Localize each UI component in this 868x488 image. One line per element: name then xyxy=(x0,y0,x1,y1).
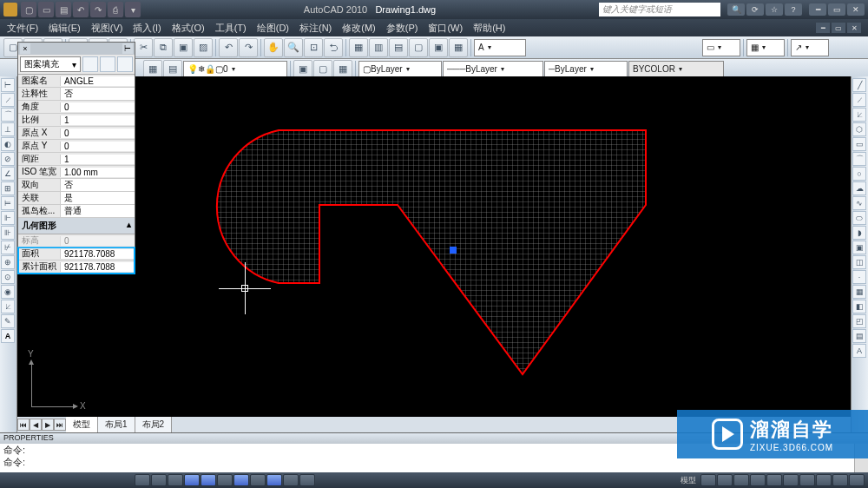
circle-icon[interactable]: ○ xyxy=(852,167,866,181)
menu-draw[interactable]: 绘图(D) xyxy=(257,22,289,35)
plotstyle-combo[interactable]: BYCOLOR▾ xyxy=(628,61,724,78)
quickview-layouts-btn[interactable] xyxy=(700,474,716,486)
dim-quick-icon[interactable]: ⊞ xyxy=(1,181,15,195)
qat-print[interactable]: ⎙ xyxy=(108,2,123,17)
jogged-icon[interactable]: ⟀ xyxy=(1,300,15,313)
selectobj-icon[interactable] xyxy=(117,56,133,72)
color-combo[interactable]: ▢ ByLayer▾ xyxy=(358,61,442,78)
tab-prev-icon[interactable]: ◀ xyxy=(30,419,42,431)
mdi-minimize[interactable]: ━ xyxy=(816,23,830,33)
ducs-btn[interactable] xyxy=(250,474,266,486)
hatch-icon[interactable]: ▦ xyxy=(852,285,866,299)
mtext-icon[interactable]: A xyxy=(852,344,866,358)
ellipsearc-icon[interactable]: ◗ xyxy=(852,226,866,240)
snap-mode-btn[interactable] xyxy=(135,474,150,486)
tab-model[interactable]: 模型 xyxy=(66,417,98,432)
polygon-icon[interactable]: ⬡ xyxy=(852,122,866,136)
menu-help[interactable]: 帮助(H) xyxy=(473,22,505,35)
tb-zoom-rt[interactable]: 🔍 xyxy=(284,38,303,57)
rectangle-icon[interactable]: ▭ xyxy=(852,137,866,151)
menu-dimension[interactable]: 标注(N) xyxy=(299,22,332,35)
prop-value[interactable]: ANGLE xyxy=(60,76,135,86)
tb-dcenter[interactable]: ▥ xyxy=(369,38,388,57)
dyn-btn[interactable] xyxy=(266,474,282,486)
grid-btn[interactable] xyxy=(151,474,167,486)
modelspace-btn[interactable]: 模型 xyxy=(677,475,700,486)
menu-insert[interactable]: 插入(I) xyxy=(133,22,161,35)
lineweight-combo[interactable]: ─ ByLayer▾ xyxy=(544,61,628,78)
point-icon[interactable]: · xyxy=(852,270,866,284)
tb-copy[interactable]: ⧉ xyxy=(154,38,173,57)
quickselect-icon[interactable] xyxy=(82,56,98,72)
otrack-btn[interactable] xyxy=(233,474,249,486)
dim-edit-icon[interactable]: ✎ xyxy=(1,314,15,328)
cleanscreen-btn[interactable] xyxy=(849,474,865,486)
block-icon[interactable]: ◫ xyxy=(852,255,866,269)
qat-redo[interactable]: ↷ xyxy=(90,2,106,17)
pickadd-icon[interactable] xyxy=(100,56,115,72)
annovis-btn[interactable] xyxy=(750,474,766,486)
properties-autohide-icon[interactable]: ⊢ xyxy=(122,43,133,54)
tb-zoom-win[interactable]: ⊡ xyxy=(304,38,323,57)
maximize-button[interactable]: ▭ xyxy=(828,3,845,16)
selection-grip[interactable] xyxy=(450,247,457,254)
properties-close-icon[interactable]: × xyxy=(20,43,30,54)
dim-diameter-icon[interactable]: ⊘ xyxy=(1,152,15,166)
cline-icon[interactable]: ⟋ xyxy=(852,93,866,107)
toolbar-lock-btn[interactable] xyxy=(799,474,815,486)
dim-arc-icon[interactable]: ⌒ xyxy=(1,108,15,122)
properties-titlebar[interactable]: × ⊢ xyxy=(18,43,135,55)
text-icon[interactable]: A xyxy=(1,329,15,343)
menu-file[interactable]: 文件(F) xyxy=(7,22,38,35)
tb-undo[interactable]: ↶ xyxy=(219,38,238,57)
selection-type-combo[interactable]: 图案填充▾ xyxy=(20,56,81,72)
tb-cut[interactable]: ✂ xyxy=(134,38,153,57)
tab-layout2[interactable]: 布局2 xyxy=(135,417,173,432)
line-icon[interactable]: ╱ xyxy=(852,78,866,92)
qat-save[interactable]: ▤ xyxy=(56,2,71,17)
help-icon[interactable]: ? xyxy=(785,3,802,16)
tb-tpalette[interactable]: ▤ xyxy=(389,38,408,57)
revcloud-icon[interactable]: ☁ xyxy=(852,181,866,195)
dimstyle-combo[interactable]: ▭▾ xyxy=(702,39,740,56)
annoauto-btn[interactable] xyxy=(766,474,782,486)
qat-open[interactable]: ▭ xyxy=(38,2,54,17)
qat-new[interactable]: ▢ xyxy=(21,2,36,17)
tb-match[interactable]: ▨ xyxy=(194,38,213,57)
annoscale-btn[interactable] xyxy=(733,474,749,486)
menu-view[interactable]: 视图(V) xyxy=(91,22,123,35)
tb-pan[interactable]: ✋ xyxy=(264,38,283,57)
tab-last-icon[interactable]: ⏭ xyxy=(54,419,66,431)
insert-icon[interactable]: ▣ xyxy=(852,241,866,254)
help-search-input[interactable]: 键入关键字或短语 xyxy=(599,3,720,16)
tab-first-icon[interactable]: ⏮ xyxy=(17,419,30,431)
drawing-canvas[interactable]: X Y ⏮ ◀ ▶ ⏭ 模型 布局1 布局2 xyxy=(17,76,851,432)
spline-icon[interactable]: ∿ xyxy=(852,196,866,210)
3dosnap-btn[interactable] xyxy=(217,474,233,486)
arc-icon[interactable]: ⌒ xyxy=(852,152,866,166)
table-icon[interactable]: ▤ xyxy=(852,329,866,343)
tb-redo[interactable]: ↷ xyxy=(239,38,258,57)
lwt-btn[interactable] xyxy=(283,474,299,486)
tb-qcalc[interactable]: ▦ xyxy=(449,38,468,57)
dim-radius-icon[interactable]: ◐ xyxy=(1,137,15,151)
dim-aligned-icon[interactable]: ⟋ xyxy=(1,93,15,107)
dim-break-icon[interactable]: ⊬ xyxy=(1,241,15,254)
search-icon[interactable]: 🔍 xyxy=(727,3,745,16)
properties-panel[interactable]: × ⊢ 图案填充▾ 图案名ANGLE 注释性否 角度0 比例1 原点 X0 原点… xyxy=(17,42,135,274)
osnap-btn[interactable] xyxy=(201,474,216,486)
ortho-btn[interactable] xyxy=(168,474,183,486)
gradient-icon[interactable]: ◧ xyxy=(852,300,866,313)
hardware-accel-btn[interactable] xyxy=(816,474,832,486)
tab-next-icon[interactable]: ▶ xyxy=(42,419,54,431)
prop-section-geometry[interactable]: 几何图形▴ xyxy=(18,218,135,234)
close-button[interactable]: ✕ xyxy=(847,3,865,16)
subscription-icon[interactable]: ⟳ xyxy=(746,3,764,16)
mleaderstyle-combo[interactable]: ↗▾ xyxy=(791,39,829,56)
dim-space-icon[interactable]: ⊪ xyxy=(1,226,15,240)
isolate-btn[interactable] xyxy=(832,474,848,486)
dim-linear-icon[interactable]: ⊢ xyxy=(1,78,15,92)
quickview-drawings-btn[interactable] xyxy=(717,474,733,486)
minimize-button[interactable]: ━ xyxy=(809,3,826,16)
tb-paste[interactable]: ▣ xyxy=(174,38,193,57)
